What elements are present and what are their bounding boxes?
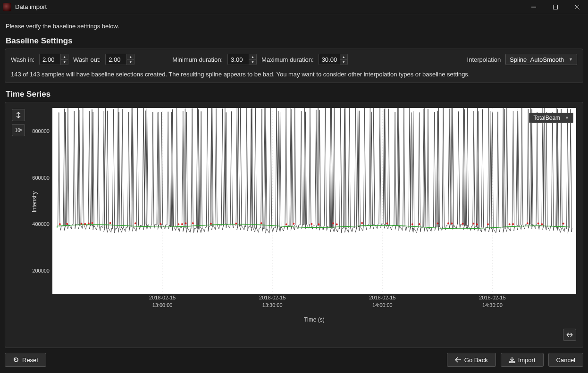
import-label: Import [518,356,536,364]
max-duration-input[interactable]: ▲ ▼ [319,54,348,65]
svg-point-41 [509,223,511,225]
y-tick-label: 400000 [32,221,50,227]
app-icon [3,3,11,11]
max-duration-field[interactable] [319,54,340,65]
reset-button[interactable]: Reset [5,353,46,367]
svg-point-20 [192,222,194,224]
plot-surface[interactable]: TotalBeam ▼ [52,108,576,294]
svg-point-11 [84,223,86,225]
reset-label: Reset [22,356,38,364]
go-back-button[interactable]: Go Back [447,353,496,367]
import-button[interactable]: Import [501,353,544,367]
x-tick-label: 2018-02-1513:00:00 [149,294,176,309]
svg-point-15 [134,223,136,224]
go-back-label: Go Back [464,356,488,364]
svg-point-26 [311,223,312,225]
svg-point-18 [181,223,183,225]
svg-point-32 [412,224,413,225]
max-dur-step-up[interactable]: ▲ [340,54,347,60]
footer: Reset Go Back Import Cancel [0,348,588,372]
svg-point-44 [538,223,539,224]
svg-rect-1 [554,5,558,9]
svg-point-28 [332,223,334,224]
wash-in-label: Wash in: [11,56,34,63]
zoom-y-button[interactable] [12,109,25,121]
y-tick-label: 800000 [32,128,50,134]
svg-point-23 [260,222,262,224]
min-duration-input[interactable]: ▲ ▼ [227,54,257,65]
wash-out-label: Wash out: [73,56,101,63]
instruction-text: Please verify the baseline setttings bel… [6,23,583,30]
svg-point-35 [447,223,449,224]
baseline-settings-panel: Wash in: ▲ ▼ Wash out: ▲ ▼ Minimum durat… [5,49,583,83]
svg-point-27 [318,224,320,225]
interpolation-label: Interpolation [467,56,501,63]
svg-point-17 [177,224,179,225]
min-dur-step-up[interactable]: ▲ [249,54,256,60]
svg-point-9 [66,223,68,225]
svg-point-29 [336,224,338,225]
svg-point-37 [462,223,464,225]
time-series-heading: Time Series [6,90,583,99]
svg-point-22 [235,223,237,224]
chevron-down-icon: ▼ [569,57,573,62]
wash-out-input[interactable]: ▲ ▼ [105,54,134,65]
svg-point-43 [527,222,529,224]
svg-point-42 [512,223,514,225]
x-axis-label: Time (s) [52,316,576,323]
min-duration-field[interactable] [228,54,249,65]
y-tick-label: 600000 [32,175,50,181]
interpolation-dropdown[interactable]: Spline_AutoSmooth ▼ [505,54,577,65]
svg-point-8 [59,223,61,225]
svg-point-12 [88,223,90,224]
x-axis-ticks: 2018-02-1513:00:002018-02-1513:30:002018… [52,294,576,313]
max-dur-step-down[interactable]: ▼ [340,60,347,65]
maximize-button[interactable] [545,0,566,14]
svg-point-13 [91,222,93,224]
x-tick-label: 2018-02-1514:30:00 [479,294,505,309]
wash-in-step-down[interactable]: ▼ [61,60,68,65]
zoom-x-button[interactable] [563,329,576,341]
interpolation-value: Spline_AutoSmooth [510,56,564,63]
log-scale-button[interactable]: 10ⁿ [12,124,25,136]
max-duration-label: Maximum duration: [261,56,314,63]
wash-in-step-up[interactable]: ▲ [61,54,68,60]
svg-point-33 [419,223,420,225]
series-value: TotalBeam [533,115,560,121]
svg-point-16 [160,223,161,225]
wash-out-step-down[interactable]: ▼ [127,60,134,65]
chart-area[interactable]: TotalBeam ▼ 200000400000600000800000 Int… [33,108,576,324]
baseline-status-message: 143 of 143 samples will have baseline se… [11,71,577,78]
svg-point-39 [476,224,478,225]
svg-point-14 [109,222,111,224]
chevron-down-icon: ▼ [565,116,569,120]
y-axis-label: Intensity [31,191,38,213]
x-tick-label: 2018-02-1514:00:00 [369,294,395,309]
min-duration-label: Minimum duration: [172,56,223,63]
svg-point-10 [81,223,83,224]
svg-point-31 [386,223,388,224]
baseline-settings-heading: Baseline Settings [6,36,583,46]
wash-out-field[interactable] [106,54,126,65]
wash-in-input[interactable]: ▲ ▼ [39,54,68,65]
x-tick-label: 2018-02-1513:30:00 [259,294,286,309]
svg-point-40 [487,224,489,225]
svg-point-24 [286,224,287,225]
wash-out-step-up[interactable]: ▲ [127,54,134,60]
svg-point-34 [437,223,438,224]
wash-in-field[interactable] [40,54,60,65]
cancel-label: Cancel [556,356,575,364]
close-button[interactable] [566,0,588,14]
svg-point-45 [541,223,543,225]
svg-point-19 [185,222,187,224]
svg-point-38 [472,223,474,224]
min-dur-step-down[interactable]: ▼ [249,60,256,65]
minimize-button[interactable] [523,0,545,14]
cancel-button[interactable]: Cancel [548,353,583,367]
svg-point-21 [210,223,212,224]
series-dropdown[interactable]: TotalBeam ▼ [529,113,573,123]
titlebar: Data import [0,0,588,14]
svg-point-36 [451,223,453,224]
svg-point-30 [361,222,363,224]
svg-point-46 [563,223,564,224]
